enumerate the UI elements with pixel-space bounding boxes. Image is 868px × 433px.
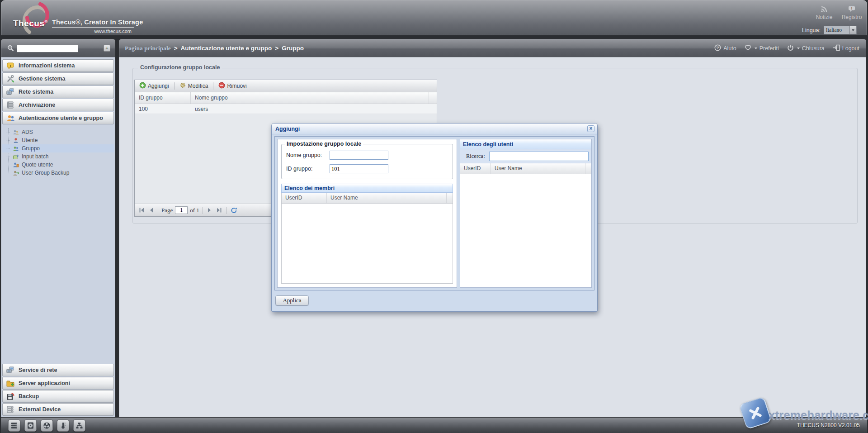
subitem-label: Utente: [22, 137, 38, 143]
help-icon: ?: [714, 44, 721, 52]
topbar-actions: ? Aiuto Preferiti Chiusura Logout: [714, 39, 859, 57]
group-icon: [12, 146, 19, 152]
network-tree-icon[interactable]: [73, 419, 85, 432]
column-header-username[interactable]: User Name: [491, 163, 585, 174]
column-header-userid[interactable]: UserID: [460, 163, 491, 174]
column-header-id-gruppo[interactable]: ID gruppo: [135, 92, 191, 104]
sidebar-item-server-applicazioni[interactable]: Server applicazioni: [2, 377, 114, 390]
sidebar-item-backup[interactable]: Backup: [2, 390, 114, 403]
storage-icon: [6, 101, 15, 109]
logo-registered-mark: ®: [45, 19, 48, 24]
sidebar-item-external-device[interactable]: External Device: [2, 403, 114, 416]
sidebar-item-rete-sistema[interactable]: Rete sistema: [2, 86, 114, 98]
column-spacer: [447, 193, 453, 203]
favorites-button[interactable]: Preferiti: [745, 44, 779, 52]
sidebar-item-service-di-rete[interactable]: Service di rete: [2, 364, 114, 376]
remove-group-button[interactable]: Rimuovi: [217, 81, 248, 91]
refresh-icon[interactable]: [230, 207, 238, 214]
sidebar-item-user-group-backup[interactable]: User Group Backup: [2, 169, 114, 177]
thecus-admin-page: Thecus® Thecus®, Creator In Storage www.…: [0, 0, 868, 433]
shutdown-label: Chiusura: [802, 45, 825, 52]
subitem-label: Gruppo: [22, 145, 40, 152]
sidebar-item-label: Backup: [19, 393, 39, 400]
tree-stub: [6, 132, 10, 133]
sidebar-item-utente[interactable]: Utente: [2, 136, 114, 144]
prev-page-button[interactable]: [148, 208, 155, 213]
sidebar-item-informazioni-sistema[interactable]: i Informazioni sistema: [2, 59, 114, 72]
column-header-username[interactable]: User Name: [327, 193, 447, 203]
apps-icon: [6, 380, 15, 387]
breadcrumb-home-link[interactable]: Pagina principale: [125, 45, 171, 52]
watermark-text: xtremehardware.com: [769, 409, 868, 423]
sidebar-item-archiviazione[interactable]: Archiviazione: [2, 99, 114, 111]
sidebar-item-label: External Device: [19, 406, 61, 413]
sidebar-item-quote-utente[interactable]: Quote utente: [2, 161, 114, 169]
sidebar-subnav: ADS Utente Gruppo Input batch Quote uten: [2, 126, 114, 177]
raid-icon[interactable]: [8, 419, 20, 432]
favorites-label: Preferiti: [760, 45, 779, 52]
sidebar-item-label: Autenticazione utente e gruppo: [19, 115, 103, 121]
disk-icon[interactable]: [24, 419, 37, 432]
quota-icon: [12, 162, 19, 168]
cell-group-id: 100: [135, 106, 191, 112]
edit-icon: [179, 82, 186, 90]
subitem-label: ADS: [22, 129, 33, 135]
users-grid-header: UserID User Name: [460, 163, 591, 174]
ads-icon: [12, 129, 19, 135]
users-icon: [6, 114, 15, 122]
sidebar-item-gestione-sistema[interactable]: Gestione sistema: [2, 72, 114, 85]
aggiungi-dialog: Aggiungi × Impostazione gruppo locale No…: [271, 123, 598, 312]
search-label: Ricerca:: [466, 153, 485, 160]
notizie-link[interactable]: Notizie: [813, 5, 835, 20]
sidebar-item-ads[interactable]: ADS: [2, 128, 114, 136]
dialog-titlebar[interactable]: Aggiungi: [272, 124, 597, 134]
help-label: Aiuto: [723, 45, 736, 52]
subitem-label: Input batch: [22, 153, 48, 160]
next-page-button[interactable]: [206, 208, 213, 213]
page-number-input[interactable]: [175, 206, 188, 214]
registro-link[interactable]: ! Registro: [840, 5, 864, 20]
last-page-button[interactable]: [215, 208, 223, 213]
group-name-label: Nome gruppo:: [286, 152, 330, 158]
table-row[interactable]: 100 users: [135, 104, 437, 114]
tree-stub: [6, 148, 10, 149]
edit-group-button[interactable]: Modifica: [178, 81, 210, 91]
logout-label: Logout: [842, 45, 859, 52]
column-header-nome-gruppo[interactable]: Nome gruppo: [191, 92, 429, 104]
info-icon: i: [6, 62, 15, 70]
tree-stub: [6, 165, 10, 165]
users-search-input[interactable]: [489, 152, 589, 161]
language-value[interactable]: Italiano: [824, 26, 849, 34]
search-icon: [7, 44, 14, 54]
sidebar-item-gruppo[interactable]: Gruppo: [2, 144, 114, 152]
members-grid: UserID User Name: [281, 193, 453, 284]
help-button[interactable]: ? Aiuto: [714, 44, 736, 52]
fan-icon[interactable]: [41, 419, 53, 432]
add-group-button[interactable]: Aggiungi: [137, 81, 171, 91]
shutdown-button[interactable]: Chiusura: [787, 44, 825, 52]
remove-icon: [218, 82, 225, 90]
brand-website: www.thecus.com: [52, 28, 134, 34]
pager-separator: [158, 207, 158, 214]
search-input[interactable]: [17, 45, 78, 52]
group-id-input[interactable]: [330, 164, 388, 173]
subitem-label: User Group Backup: [22, 170, 69, 176]
language-dropdown-button[interactable]: [849, 26, 857, 34]
logout-button[interactable]: Logout: [833, 44, 859, 52]
sidebar-item-input-batch[interactable]: Input batch: [2, 152, 114, 161]
add-shortcut-button[interactable]: +: [104, 45, 110, 52]
first-page-button[interactable]: [138, 208, 146, 213]
pager-separator: [226, 207, 226, 214]
sidebar-item-autenticazione[interactable]: Autenticazione utente e gruppo: [2, 112, 114, 124]
grid-header: ID gruppo Nome gruppo: [135, 92, 437, 104]
heart-icon: [745, 44, 751, 52]
breadcrumb-separator: >: [174, 45, 178, 52]
temperature-icon[interactable]: [57, 419, 69, 432]
close-icon[interactable]: ×: [587, 125, 594, 132]
column-header-userid[interactable]: UserID: [282, 193, 327, 203]
status-bar: THECUS N2800 V2.01.05: [1, 417, 867, 433]
toolbar-separator: [174, 82, 175, 90]
logout-icon: [833, 44, 840, 52]
apply-button[interactable]: Applica: [275, 295, 309, 305]
group-name-input[interactable]: [330, 151, 388, 160]
